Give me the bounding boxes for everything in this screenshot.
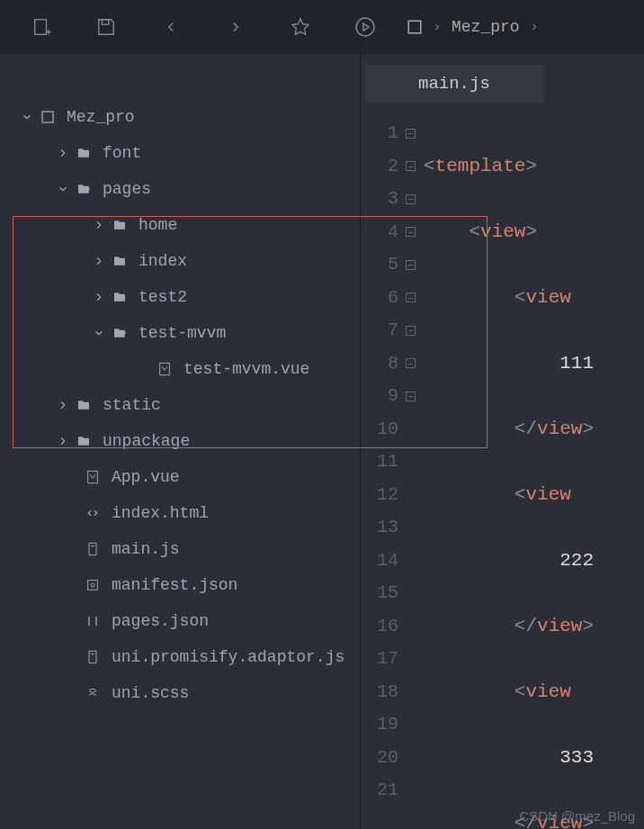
tree-folder-index[interactable]: index (0, 243, 360, 279)
tree-label: pages.json (112, 612, 209, 630)
save-button[interactable] (74, 0, 139, 54)
tree-folder-unpackage[interactable]: unpackage (0, 423, 360, 459)
svg-rect-9 (160, 363, 170, 374)
svg-rect-10 (88, 471, 98, 482)
tree-file-main-js[interactable]: main.js (0, 531, 360, 567)
new-file-button[interactable] (9, 0, 74, 54)
editor-tabs: main.js (361, 54, 644, 103)
folder-open-icon (74, 182, 94, 196)
svg-point-5 (356, 18, 374, 36)
tree-label: uni.scss (112, 684, 189, 702)
tree-file-app-vue[interactable]: App.vue (0, 459, 360, 495)
tree-label: manifest.json (112, 576, 237, 594)
chevron-right-icon (529, 22, 540, 32)
chevron-right-icon (88, 219, 110, 231)
vue-file-icon (83, 470, 103, 484)
fold-column (406, 103, 424, 829)
tree-file-uni-promisify[interactable]: uni.promisify.adaptor.js (0, 639, 360, 675)
html-file-icon (83, 506, 103, 520)
play-circle-icon (354, 16, 376, 38)
tree-label: index.html (112, 504, 209, 522)
tree-label: test-mvvm.vue (183, 360, 309, 378)
tree-folder-test-mvvm[interactable]: test-mvvm (0, 315, 360, 351)
project-icon (407, 19, 423, 35)
code-content[interactable]: <template> <view> <view 111 </view> <vie… (424, 103, 644, 829)
folder-icon (74, 398, 94, 412)
svg-marker-4 (292, 19, 309, 34)
chevron-right-icon (88, 291, 110, 303)
tree-label: font (103, 144, 141, 162)
forward-button[interactable] (203, 0, 268, 54)
json-file-icon (83, 614, 103, 628)
chevron-left-icon (163, 19, 179, 35)
chevron-right-icon (228, 19, 244, 35)
js-file-icon (83, 650, 103, 664)
toolbar: Mez_pro (0, 0, 644, 54)
folder-icon (110, 290, 130, 304)
svg-rect-3 (102, 20, 108, 25)
run-button[interactable] (333, 0, 398, 54)
tree-label: test2 (139, 288, 187, 306)
tree-label: home (139, 216, 177, 234)
file-explorer: Mez_pro font pages home index test2 (0, 54, 360, 829)
tab-label: main.js (418, 74, 490, 94)
folder-icon (110, 218, 130, 232)
chevron-right-icon (52, 147, 74, 159)
folder-icon (110, 254, 130, 268)
tree-label: test-mvvm (139, 324, 226, 342)
svg-rect-7 (408, 21, 421, 33)
tree-label: Mez_pro (67, 108, 135, 126)
svg-rect-8 (42, 112, 53, 122)
tree-folder-pages[interactable]: pages (0, 171, 360, 207)
svg-marker-6 (363, 23, 369, 31)
js-file-icon (83, 542, 103, 556)
tree-file-index-html[interactable]: index.html (0, 495, 360, 531)
breadcrumb: Mez_pro (407, 18, 540, 36)
tree-folder-test2[interactable]: test2 (0, 279, 360, 315)
tree-folder-static[interactable]: static (0, 387, 360, 423)
tree-label: uni.promisify.adaptor.js (112, 648, 344, 666)
tree-label: unpackage (103, 432, 190, 450)
svg-rect-0 (35, 20, 47, 35)
line-gutter: 123456789101112131415161718192021 (361, 103, 406, 829)
tree-root[interactable]: Mez_pro (0, 99, 360, 135)
code-area[interactable]: 123456789101112131415161718192021 <templ… (361, 103, 644, 829)
tree-folder-font[interactable]: font (0, 135, 360, 171)
svg-point-13 (91, 583, 94, 587)
tree-label: static (103, 396, 161, 414)
new-file-icon (31, 17, 51, 37)
back-button[interactable] (139, 0, 203, 54)
chevron-right-icon (52, 435, 74, 447)
folder-icon (74, 146, 94, 160)
folder-icon (74, 434, 94, 448)
chevron-down-icon (88, 327, 110, 339)
json-file-icon (83, 578, 103, 592)
tree-file-uni-scss[interactable]: uni.scss (0, 675, 360, 711)
tree-label: main.js (112, 540, 180, 558)
save-icon (96, 17, 116, 37)
project-icon (38, 110, 58, 124)
star-icon (291, 17, 310, 37)
folder-open-icon (110, 326, 130, 340)
scss-file-icon (83, 686, 103, 700)
watermark: CSDN @mez_Blog (519, 808, 635, 824)
tree-file-pages-json[interactable]: pages.json (0, 603, 360, 639)
favorite-button[interactable] (268, 0, 333, 54)
chevron-right-icon (432, 22, 443, 32)
tree-label: App.vue (112, 468, 180, 486)
chevron-down-icon (52, 183, 74, 195)
tree-label: index (139, 252, 187, 270)
code-editor: main.js 12345678910111213141516171819202… (360, 54, 644, 829)
tree-file-test-mvvm-vue[interactable]: test-mvvm.vue (0, 351, 360, 387)
tree-folder-home[interactable]: home (0, 207, 360, 243)
chevron-right-icon (52, 399, 74, 411)
breadcrumb-project[interactable]: Mez_pro (452, 18, 520, 36)
tree-file-manifest-json[interactable]: manifest.json (0, 567, 360, 603)
tree-label: pages (103, 180, 151, 198)
vue-file-icon (155, 362, 174, 376)
svg-rect-12 (88, 581, 98, 590)
chevron-right-icon (88, 255, 110, 267)
tab-main-js[interactable]: main.js (364, 65, 544, 103)
chevron-down-icon (16, 111, 38, 123)
